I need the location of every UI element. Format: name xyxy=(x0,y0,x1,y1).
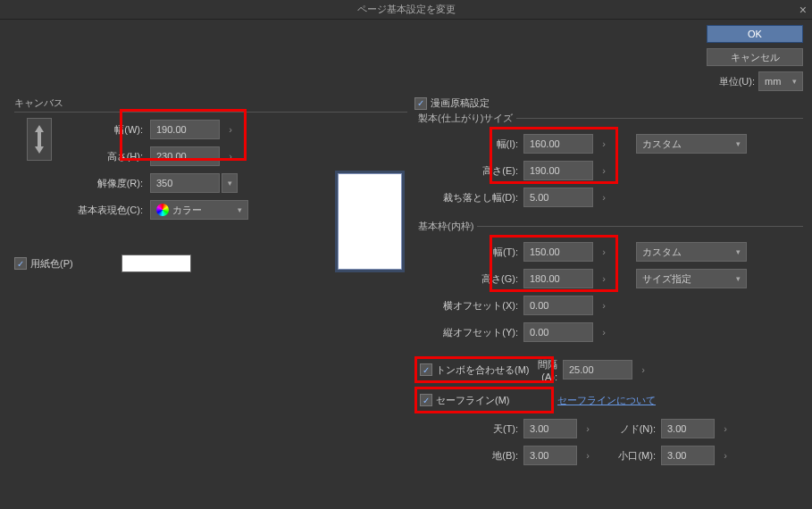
orientation-toggle[interactable] xyxy=(27,118,52,161)
resolution-dropdown[interactable]: ▾ xyxy=(222,173,238,193)
binding-legend: 製本(仕上がり)サイズ xyxy=(414,112,516,125)
basecolor-select[interactable]: カラー ▾ xyxy=(150,200,248,220)
frame-height-label: 高さ(G): xyxy=(414,272,523,286)
ten-label: 天(T): xyxy=(414,422,523,436)
bleed-input[interactable] xyxy=(523,188,593,207)
bleed-stepper[interactable] xyxy=(597,188,611,207)
unit-select[interactable]: mm▾ xyxy=(758,71,803,91)
bleed-label: 裁ち落とし幅(D): xyxy=(414,191,523,204)
unit-label: 単位(U): xyxy=(719,75,755,88)
safeline-help-link[interactable]: セーフラインについて xyxy=(557,394,656,407)
ten-input[interactable] xyxy=(523,419,577,438)
resolution-label: 解像度(R): xyxy=(61,177,150,190)
width-input[interactable] xyxy=(150,120,220,139)
voffset-label: 縦オフセット(Y): xyxy=(414,326,523,339)
frame-height-stepper[interactable] xyxy=(597,269,611,288)
ten-stepper[interactable] xyxy=(581,419,595,438)
frame-legend: 基本枠(内枠) xyxy=(414,220,477,233)
koguchi-stepper[interactable] xyxy=(718,446,732,465)
top-button-row: OK キャンセル 単位(U): mm▾ xyxy=(0,20,812,93)
canvas-legend: キャンバス xyxy=(14,96,407,110)
hoffset-input[interactable] xyxy=(523,296,593,315)
tombo-label: トンボを合わせる(M) xyxy=(436,363,534,377)
frame-preset-select[interactable]: カスタム▾ xyxy=(636,242,747,262)
bind-height-input[interactable] xyxy=(523,161,593,180)
width-label: 幅(W): xyxy=(61,123,150,137)
nodo-stepper[interactable] xyxy=(718,419,732,438)
bind-preset-select[interactable]: カスタム▾ xyxy=(636,134,747,154)
paper-color-label: 用紙色(P) xyxy=(30,257,73,271)
safeline-checkbox[interactable] xyxy=(420,394,432,406)
koguchi-input[interactable] xyxy=(661,446,715,465)
gap-stepper[interactable] xyxy=(636,360,650,380)
bind-height-stepper[interactable] xyxy=(597,161,611,180)
paper-color-checkbox[interactable] xyxy=(14,257,27,270)
koguchi-label: 小口(M): xyxy=(595,449,661,463)
frame-width-label: 幅(T): xyxy=(414,246,523,259)
titlebar: ページ基本設定を変更 × xyxy=(0,0,812,20)
safeline-label: セーフライン(M) xyxy=(436,394,534,407)
chi-stepper[interactable] xyxy=(581,446,595,465)
voffset-input[interactable] xyxy=(523,322,593,342)
canvas-panel: キャンバス 幅(W): 高さ(H): 解像度(R): ▾ 基本表現色(C) xyxy=(14,96,407,469)
basecolor-label: 基本表現色(C): xyxy=(61,204,150,217)
width-stepper[interactable] xyxy=(223,120,238,139)
bind-width-input[interactable] xyxy=(523,134,593,154)
dialog-title: ページ基本設定を変更 xyxy=(357,3,456,16)
hoffset-label: 横オフセット(X): xyxy=(414,299,523,313)
bind-height-label: 高さ(E): xyxy=(414,164,523,178)
page-preview xyxy=(338,173,402,270)
manga-settings-checkbox[interactable] xyxy=(414,97,427,110)
manga-panel: 漫画原稿設定 製本(仕上がり)サイズ 幅(I): カスタム▾ 高さ(E): xyxy=(414,96,803,469)
chi-label: 地(B): xyxy=(414,449,523,463)
frame-width-stepper[interactable] xyxy=(597,242,611,262)
height-stepper[interactable] xyxy=(223,146,238,166)
gap-input[interactable] xyxy=(563,360,632,380)
hoffset-stepper[interactable] xyxy=(597,296,611,315)
voffset-stepper[interactable] xyxy=(597,322,611,342)
tombo-checkbox[interactable] xyxy=(420,363,432,376)
height-input[interactable] xyxy=(150,146,220,166)
frame-height-input[interactable] xyxy=(523,269,593,288)
frame-width-input[interactable] xyxy=(523,242,593,262)
bind-width-label: 幅(I): xyxy=(414,138,523,151)
paper-color-swatch[interactable] xyxy=(121,254,191,272)
chi-input[interactable] xyxy=(523,446,577,465)
cancel-button[interactable]: キャンセル xyxy=(707,48,803,66)
nodo-input[interactable] xyxy=(661,419,715,438)
bind-width-stepper[interactable] xyxy=(597,134,611,154)
ok-button[interactable]: OK xyxy=(707,25,803,43)
size-spec-select[interactable]: サイズ指定▾ xyxy=(636,269,747,288)
close-icon[interactable]: × xyxy=(799,3,807,17)
color-wheel-icon xyxy=(156,204,169,216)
gap-label: 間隔(A): xyxy=(534,358,563,382)
resolution-input[interactable] xyxy=(150,173,220,193)
height-label: 高さ(H): xyxy=(61,150,150,163)
nodo-label: ノド(N): xyxy=(595,422,661,436)
manga-settings-label: 漫画原稿設定 xyxy=(431,96,490,110)
